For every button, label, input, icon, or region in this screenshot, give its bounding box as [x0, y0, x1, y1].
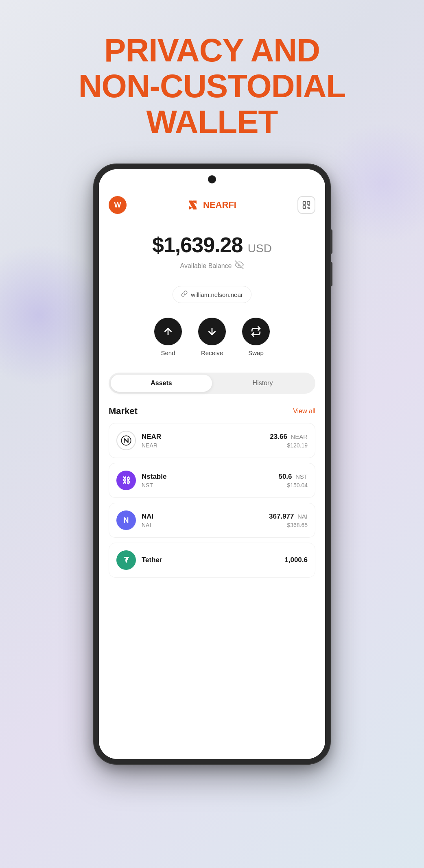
svg-rect-4	[307, 202, 310, 204]
receive-icon-circle	[198, 318, 226, 345]
headline: PRIVACY AND NON-CUSTODIAL WALLET	[24, 33, 400, 140]
nearfi-logo-icon	[188, 199, 200, 211]
asset-item[interactable]: ⛓ Nstable NST 50.6 NST $150.04	[109, 463, 315, 498]
headline-line2: NON-CUSTODIAL	[24, 68, 400, 104]
nai-usd: $368.65	[269, 522, 308, 528]
nst-amount: 50.6 NST $150.04	[278, 473, 308, 489]
near-info: NEAR NEAR	[142, 433, 270, 449]
app-logo-text: NEARFI	[203, 200, 236, 210]
swap-button[interactable]: Swap	[242, 318, 270, 356]
tab-assets[interactable]: Assets	[111, 375, 212, 392]
nst-logo: ⛓	[116, 471, 136, 490]
tab-history-label: History	[253, 379, 273, 386]
wallet-address-pill[interactable]: william.nelson.near	[173, 286, 251, 303]
nst-symbol: NST	[142, 482, 278, 489]
nst-usd: $150.04	[278, 482, 308, 489]
send-label: Send	[161, 349, 175, 356]
near-qty: 23.66 NEAR	[270, 433, 308, 441]
tether-name: Tether	[142, 556, 284, 564]
market-header: Market View all	[109, 406, 315, 417]
asset-item[interactable]: NEAR NEAR 23.66 NEAR $120.19	[109, 423, 315, 458]
balance-label: Available Balance	[109, 260, 315, 271]
nai-info: NAI NAI	[142, 513, 269, 528]
near-amount: 23.66 NEAR $120.19	[270, 433, 308, 449]
tether-logo: ₮	[116, 550, 136, 570]
market-title: Market	[109, 406, 138, 417]
balance-label-text: Available Balance	[180, 262, 232, 270]
balance-section: $1,639.28 USD Available Balance	[99, 220, 325, 279]
wallet-address-text: william.nelson.near	[191, 291, 243, 298]
nai-logo: N	[116, 510, 136, 530]
send-icon-circle	[154, 318, 182, 345]
tab-assets-label: Assets	[151, 379, 172, 386]
tab-history[interactable]: History	[212, 375, 313, 392]
qr-icon	[302, 201, 311, 209]
near-name: NEAR	[142, 433, 270, 441]
avatar-button[interactable]: W	[109, 196, 127, 214]
near-symbol: NEAR	[142, 442, 270, 449]
tab-bar: Assets History	[109, 373, 315, 394]
phone-mockup: W NEARFI	[0, 164, 424, 764]
asset-item[interactable]: N NAI NAI 367.977 NAI $368.65	[109, 503, 315, 538]
near-usd: $120.19	[270, 442, 308, 449]
svg-rect-5	[303, 206, 306, 208]
receive-button[interactable]: Receive	[198, 318, 226, 356]
actions-row: Send Receive	[99, 310, 325, 369]
hide-balance-icon[interactable]	[235, 260, 244, 271]
camera-dot	[208, 175, 216, 183]
view-all-button[interactable]: View all	[293, 408, 315, 415]
avatar-letter: W	[114, 201, 121, 209]
balance-currency: USD	[248, 242, 272, 255]
link-icon	[181, 290, 188, 299]
nai-symbol: NAI	[142, 522, 269, 528]
tether-amount: 1,000.6	[284, 556, 308, 564]
nai-amount: 367.977 NAI $368.65	[269, 513, 308, 528]
tether-info: Tether	[142, 556, 284, 564]
tether-qty: 1,000.6	[284, 556, 308, 564]
nst-qty: 50.6 NST	[278, 473, 308, 481]
logo-suffix: FI	[228, 200, 236, 210]
app-header: W NEARFI	[99, 190, 325, 220]
qr-scan-button[interactable]	[297, 196, 315, 214]
headline-line1: PRIVACY AND	[24, 33, 400, 68]
logo-area: NEARFI	[188, 199, 236, 211]
send-button[interactable]: Send	[154, 318, 182, 356]
phone-top-bar	[99, 169, 325, 190]
near-logo	[116, 431, 136, 450]
receive-label: Receive	[201, 349, 223, 356]
balance-display: $1,639.28 USD	[109, 233, 315, 257]
nai-name: NAI	[142, 513, 269, 521]
balance-amount: $1,639.28	[152, 233, 243, 257]
swap-label: Swap	[248, 349, 264, 356]
market-section: Market View all NEAR NE	[99, 402, 325, 587]
app-content: W NEARFI	[99, 190, 325, 759]
svg-rect-3	[303, 202, 306, 204]
nst-info: Nstable NST	[142, 473, 278, 489]
nai-qty: 367.977 NAI	[269, 513, 308, 521]
asset-item-partial[interactable]: ₮ Tether 1,000.6	[109, 543, 315, 578]
swap-icon-circle	[242, 318, 270, 345]
phone-inner: W NEARFI	[99, 169, 325, 759]
nst-name: Nstable	[142, 473, 278, 481]
phone-outer: W NEARFI	[94, 164, 330, 764]
page-header: PRIVACY AND NON-CUSTODIAL WALLET	[0, 0, 424, 156]
logo-prefix: NEAR	[203, 200, 228, 210]
headline-line3: WALLET	[24, 104, 400, 140]
